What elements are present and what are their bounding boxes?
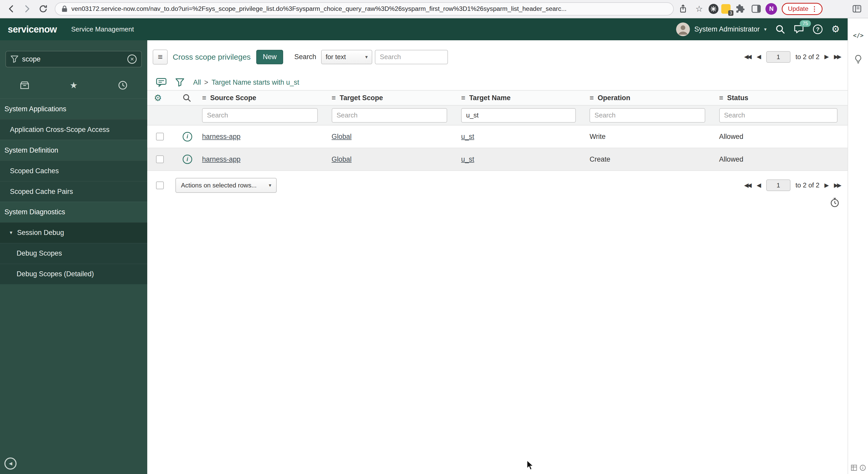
browser-profile-avatar[interactable]: N [766,3,777,15]
filter-input-target-name[interactable] [461,108,576,123]
last-page-button[interactable]: ▶▶ [834,182,841,189]
new-button[interactable]: New [256,50,283,64]
list-footer: Actions on selected rows... ▾ ◀◀ ◀ to 2 … [147,171,847,195]
column-header-target-name[interactable]: ≡Target Name [457,94,586,102]
filter-input-operation[interactable] [590,108,705,123]
breadcrumb-filter-link[interactable]: Target Name starts with u_st [212,78,299,87]
lock-icon[interactable] [61,5,68,12]
list-search-icon[interactable] [183,94,191,102]
column-menu-icon[interactable]: ≡ [461,94,465,102]
next-page-button[interactable]: ▶ [824,54,829,60]
user-avatar[interactable] [676,23,690,36]
search-type-select[interactable]: for text ▾ [321,50,372,64]
first-page-button[interactable]: ◀◀ [744,54,752,60]
filter-funnel-icon [10,56,18,63]
column-menu-icon[interactable]: ≡ [719,94,723,102]
list-context-menu-button[interactable]: ≡ [153,49,168,65]
filter-input-source-scope[interactable] [202,108,318,123]
nav-item-system-diagnostics[interactable]: System Diagnostics [0,202,147,222]
previous-page-button[interactable]: ◀ [757,182,761,189]
bookmark-star-icon[interactable]: ☆ [692,2,706,15]
nav-item-system-applications[interactable]: System Applications [0,98,147,119]
link-target-scope[interactable]: Global [332,156,351,163]
next-page-button[interactable]: ▶ [824,182,829,189]
browser-forward-icon[interactable] [21,2,34,15]
nav-item-scoped-cache-pairs[interactable]: Scoped Cache Pairs [0,181,147,202]
browser-update-button[interactable]: Update ⋮ [782,3,823,15]
settings-gear-icon[interactable]: ⚙ [831,25,840,34]
side-panel-icon[interactable] [749,2,763,15]
link-source-scope[interactable]: harness-app [202,156,241,163]
nav-item-application-cross-scope-access[interactable]: Application Cross-Scope Access [0,119,147,140]
column-header-target-scope[interactable]: ≡Target Scope [328,94,457,102]
address-bar[interactable]: ven03172.service-now.com/nav_to.do?uri=%… [55,2,674,15]
servicenow-logo[interactable]: servicenow [8,24,57,35]
chevron-down-icon: ▾ [269,182,271,188]
browser-menu-icon[interactable]: ⋮ [811,5,818,13]
global-search-icon[interactable] [776,25,785,34]
filter-input-target-scope[interactable] [332,108,447,123]
column-menu-icon[interactable]: ≡ [590,94,594,102]
tab-all-applications[interactable] [0,76,49,95]
tab-favorites[interactable]: ★ [49,76,98,95]
select-all-checkbox[interactable] [156,181,164,189]
filter-builder-icon[interactable] [176,78,184,87]
tab-history[interactable] [98,76,147,95]
row-checkbox[interactable] [156,156,164,163]
column-header-source-scope[interactable]: ≡Source Scope [198,94,328,102]
nav-item-session-debug[interactable]: ▼ Session Debug [0,222,147,243]
help-icon[interactable]: ? [813,25,822,34]
link-target-scope[interactable]: Global [332,133,351,140]
link-target-name[interactable]: u_st [461,133,474,140]
filter-input-status[interactable] [719,108,838,123]
browser-reload-icon[interactable] [36,2,50,15]
column-header-status[interactable]: ≡Status [715,94,847,102]
search-label: Search [294,53,316,61]
list-refresh-timer-icon[interactable] [830,198,840,208]
browser-back-icon[interactable] [4,2,18,15]
star-icon: ★ [70,80,78,90]
caret-down-icon: ▼ [9,230,13,235]
layout-grid-icon[interactable] [851,465,857,471]
browser-sidebar-toggle-icon[interactable] [850,2,864,15]
activity-stream-icon[interactable] [156,78,167,87]
nav-item-debug-scopes-detailed[interactable]: Debug Scopes (Detailed) [0,264,147,284]
column-menu-icon[interactable]: ≡ [332,94,336,102]
list-search-input[interactable] [375,50,448,64]
last-page-button[interactable]: ▶▶ [834,54,841,60]
list-title[interactable]: Cross scope privileges [173,53,251,62]
nav-item-system-definition[interactable]: System Definition [0,140,147,160]
navigator-filter-input[interactable] [22,55,123,63]
product-name: Service Management [71,26,134,33]
nav-item-debug-scopes[interactable]: Debug Scopes [0,243,147,264]
link-target-name[interactable]: u_st [461,156,474,163]
column-menu-icon[interactable]: ≡ [202,94,206,102]
share-icon[interactable] [677,2,690,15]
connect-chat-icon[interactable]: 75 [794,25,804,34]
page-number-input[interactable] [766,179,790,191]
link-source-scope[interactable]: harness-app [202,133,241,140]
personalize-list-gear-icon[interactable]: ⚙ [154,94,162,102]
nav-item-scoped-caches[interactable]: Scoped Caches [0,160,147,181]
breadcrumb-all-link[interactable]: All [193,78,201,87]
previous-page-button[interactable]: ◀ [757,54,761,60]
code-icon[interactable]: </> [848,32,868,39]
record-preview-icon[interactable]: i [183,155,192,164]
page-number-input[interactable] [766,51,790,63]
row-checkbox[interactable] [156,133,164,140]
user-menu[interactable]: System Administrator ▾ [676,23,767,36]
first-page-button[interactable]: ◀◀ [744,182,752,189]
extensions-puzzle-icon[interactable] [734,2,747,15]
lightbulb-icon[interactable] [848,55,868,64]
pagination-top: ◀◀ ◀ to 2 of 2 ▶ ▶▶ [744,51,842,63]
record-preview-icon[interactable]: i [183,132,192,141]
info-circle-icon[interactable] [860,465,866,471]
extension-icon-yellow[interactable]: 3 [721,4,731,13]
extension-icon-dark[interactable] [709,4,719,14]
sidebar-collapse-button[interactable]: ◀ [4,458,17,470]
actions-select[interactable]: Actions on selected rows... ▾ [176,178,277,193]
app-header: servicenow Service Management System Adm… [0,18,847,40]
navigator-sidebar: ✕ ★ System Applications Application Cros… [0,40,147,474]
column-header-operation[interactable]: ≡Operation [586,94,715,102]
clear-filter-icon[interactable]: ✕ [127,55,137,64]
